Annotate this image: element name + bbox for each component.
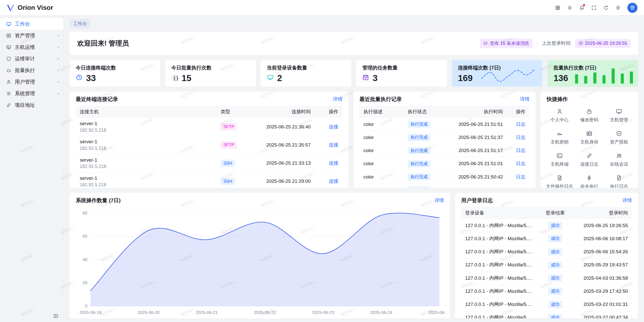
quick-action-8[interactable]: 在线会话 — [604, 153, 634, 167]
chevron-down-icon — [56, 80, 60, 84]
quick-action-10[interactable]: 命令执行 — [574, 175, 604, 188]
table-row: color执行完成2025-06-25 21:51:17日志 — [359, 144, 530, 157]
stat-label: 当前登录设备数量 — [267, 64, 345, 71]
host-manage-icon — [616, 108, 622, 115]
stat-card-0: 今日连接终端次数33 — [70, 60, 160, 87]
table-row: color执行完成2025-06-25 21:50:42日志 — [359, 170, 530, 184]
exec-time: 2025-06-25 21:50:10 — [444, 184, 507, 188]
sidebar-item-7[interactable]: 项目地址 — [0, 99, 63, 111]
connect-link[interactable]: 连接 — [329, 160, 338, 166]
clock-icon — [76, 74, 83, 81]
login-logs-title: 用户登录日志 — [461, 197, 493, 204]
breadcrumb[interactable]: 工作台 — [70, 19, 90, 28]
connect-link[interactable]: 连接 — [329, 142, 338, 148]
theme-sun-button[interactable] — [565, 3, 575, 13]
sidebar-item-3[interactable]: 运维审计 — [0, 53, 63, 64]
online-session-icon — [616, 153, 622, 159]
apps-grid-button[interactable] — [552, 3, 563, 13]
svg-text:2025-06-22: 2025-06-22 — [254, 310, 276, 315]
table-header-row: 执行描述执行状态执行时间操作 — [359, 106, 530, 118]
exec-desc: color — [359, 144, 404, 157]
host-key-icon — [556, 130, 563, 137]
unread-messages-badge[interactable]: 您有 15 条未读消息 — [480, 39, 533, 48]
login-result-badge: 成功 — [548, 274, 562, 282]
sidebar-item-5[interactable]: 用户管理 — [0, 76, 63, 88]
connect-link[interactable]: 连接 — [329, 124, 338, 129]
quick-action-11[interactable]: 执行日志 — [604, 175, 634, 188]
quick-action-label: 修改密码 — [580, 117, 598, 123]
log-link[interactable]: 日志 — [516, 187, 526, 188]
apps-grid-icon — [555, 5, 560, 11]
quick-action-7[interactable]: 连接日志 — [574, 153, 604, 167]
terminal-records-detail-link[interactable]: 详情 — [333, 96, 342, 102]
login-device: 127.0.0.1 - 内网IP - Mozilla/5.0 (Windows … — [461, 245, 538, 258]
protocol-type-badge: SSH — [221, 160, 235, 167]
exec-status-badge: 执行完成 — [408, 121, 430, 128]
stat-value: 3 — [373, 74, 377, 82]
exec-desc: color — [359, 131, 404, 144]
last-login-time-badge: 2025-06-25 19:26:55 — [575, 39, 630, 48]
sidebar-item-4[interactable]: 批量执行 — [0, 64, 63, 76]
operations-chart-detail-link[interactable]: 详情 — [434, 197, 444, 204]
protocol-type-badge: SFTP — [221, 123, 237, 130]
stat-value: 15 — [182, 74, 191, 82]
svg-text:2025-06-20: 2025-06-20 — [138, 310, 160, 315]
connect-time: 2025-06-25 21:35:57 — [249, 136, 315, 154]
host-ip: 182.92.5.218 — [80, 182, 213, 188]
sidebar-item-label: 工作台 — [15, 21, 30, 27]
sidebar-item-0[interactable]: 工作台 — [0, 18, 63, 30]
host-ops-icon — [6, 45, 11, 50]
quick-action-3[interactable]: 主机密钥 — [545, 130, 574, 145]
quick-action-1[interactable]: 修改密码 — [574, 108, 604, 123]
table-row: 127.0.0.1 - 内网IP - Mozilla/5.0 (Windows … — [461, 219, 632, 232]
column-header: 操作 — [315, 106, 342, 118]
terminal-records-table: 连接主机类型连接时间操作server-1182.92.5.218SFTP2025… — [76, 106, 342, 188]
sidebar-item-6[interactable]: 系统管理 — [0, 88, 63, 99]
operations-chart-card: 系统操作数量 (7日) 详情 0204060802025-06-192025-0… — [70, 193, 450, 318]
login-result-badge: 成功 — [548, 288, 562, 295]
quick-action-9[interactable]: 文件操作日志 — [545, 175, 574, 188]
host-name: server-1 — [80, 157, 213, 163]
batch-records-detail-link[interactable]: 详情 — [520, 96, 530, 102]
settings-gear-button[interactable] — [613, 3, 623, 13]
log-link[interactable]: 日志 — [516, 135, 526, 140]
table-row: 127.0.0.1 - 内网IP - Mozilla/5.0 (Windows … — [461, 232, 632, 245]
log-link[interactable]: 日志 — [516, 148, 526, 153]
stat-value: 33 — [86, 74, 96, 82]
quick-action-4[interactable]: 主机身份 — [574, 130, 604, 145]
sidebar-item-label: 资产管理 — [15, 32, 35, 39]
sidebar-item-2[interactable]: 主机运维 — [0, 41, 63, 53]
exec-status-badge: 执行完成 — [408, 186, 430, 188]
orion-visor-logo-icon — [7, 4, 15, 12]
task-calendar-icon — [362, 74, 369, 81]
svg-text:80: 80 — [83, 211, 87, 216]
connect-link[interactable]: 连接 — [329, 178, 338, 184]
host-terminal-icon — [556, 153, 563, 159]
fullscreen-button[interactable] — [589, 3, 599, 13]
quick-action-5[interactable]: 资产授权 — [604, 130, 634, 145]
stat-card-1: 今日批量执行次数{}15 — [165, 60, 256, 87]
notification-bell-button[interactable] — [577, 3, 587, 13]
sidebar-item-1[interactable]: 资产管理 — [0, 30, 63, 41]
quick-action-0[interactable]: 个人中心 — [545, 108, 574, 123]
fullscreen-icon — [591, 5, 597, 11]
log-link[interactable]: 日志 — [516, 161, 526, 166]
exec-log-icon — [616, 175, 622, 181]
table-row: 127.0.0.1 - 内网IP - Mozilla/5.0 (Windows … — [461, 258, 632, 271]
refresh-button[interactable] — [601, 3, 611, 13]
quick-action-label: 主机身份 — [580, 139, 598, 145]
quick-action-2[interactable]: 主机管理 — [604, 108, 634, 123]
chevron-down-icon — [56, 57, 60, 61]
quick-action-6[interactable]: 主机终端 — [545, 153, 574, 167]
login-device: 127.0.0.1 - 内网IP - Mozilla/5.0 (Windows … — [461, 232, 538, 245]
log-link[interactable]: 日志 — [516, 174, 526, 180]
divider — [537, 40, 537, 46]
log-link[interactable]: 日志 — [516, 122, 526, 127]
login-device: 127.0.0.1 - 内网IP - Mozilla/5.0 (Windows … — [461, 258, 538, 271]
connect-time: 2025-06-25 21:36:40 — [249, 118, 315, 136]
user-avatar[interactable]: 管 — [627, 3, 637, 13]
terminal-trend-sparkline — [479, 67, 537, 84]
notification-dot — [583, 4, 585, 6]
login-logs-detail-link[interactable]: 详情 — [622, 197, 632, 204]
sidebar-collapse-button[interactable] — [52, 312, 60, 320]
